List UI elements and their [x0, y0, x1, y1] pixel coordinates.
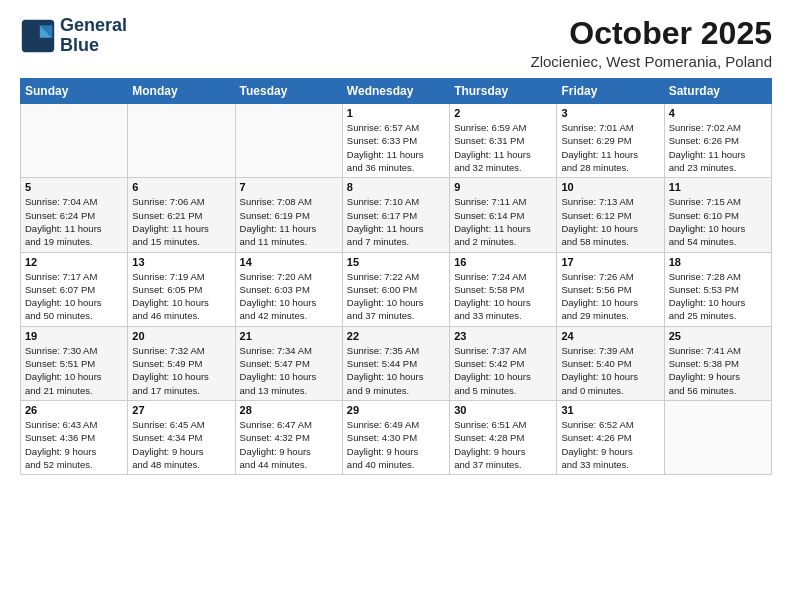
day-info: Sunrise: 7:06 AM Sunset: 6:21 PM Dayligh…	[132, 195, 230, 248]
day-number: 17	[561, 256, 659, 268]
calendar-cell: 14Sunrise: 7:20 AM Sunset: 6:03 PM Dayli…	[235, 252, 342, 326]
day-number: 29	[347, 404, 445, 416]
calendar-cell: 27Sunrise: 6:45 AM Sunset: 4:34 PM Dayli…	[128, 400, 235, 474]
day-number: 11	[669, 181, 767, 193]
calendar-cell: 30Sunrise: 6:51 AM Sunset: 4:28 PM Dayli…	[450, 400, 557, 474]
day-number: 22	[347, 330, 445, 342]
weekday-header-saturday: Saturday	[664, 79, 771, 104]
calendar-week-2: 5Sunrise: 7:04 AM Sunset: 6:24 PM Daylig…	[21, 178, 772, 252]
calendar-cell: 18Sunrise: 7:28 AM Sunset: 5:53 PM Dayli…	[664, 252, 771, 326]
day-number: 9	[454, 181, 552, 193]
calendar-cell: 4Sunrise: 7:02 AM Sunset: 6:26 PM Daylig…	[664, 104, 771, 178]
calendar-cell: 13Sunrise: 7:19 AM Sunset: 6:05 PM Dayli…	[128, 252, 235, 326]
calendar-cell	[128, 104, 235, 178]
day-info: Sunrise: 7:39 AM Sunset: 5:40 PM Dayligh…	[561, 344, 659, 397]
calendar-cell: 1Sunrise: 6:57 AM Sunset: 6:33 PM Daylig…	[342, 104, 449, 178]
calendar-cell: 29Sunrise: 6:49 AM Sunset: 4:30 PM Dayli…	[342, 400, 449, 474]
calendar-cell: 22Sunrise: 7:35 AM Sunset: 5:44 PM Dayli…	[342, 326, 449, 400]
day-info: Sunrise: 7:24 AM Sunset: 5:58 PM Dayligh…	[454, 270, 552, 323]
day-info: Sunrise: 7:04 AM Sunset: 6:24 PM Dayligh…	[25, 195, 123, 248]
calendar-cell: 10Sunrise: 7:13 AM Sunset: 6:12 PM Dayli…	[557, 178, 664, 252]
day-number: 15	[347, 256, 445, 268]
calendar-cell: 24Sunrise: 7:39 AM Sunset: 5:40 PM Dayli…	[557, 326, 664, 400]
subtitle: Zlocieniec, West Pomerania, Poland	[530, 53, 772, 70]
weekday-header-friday: Friday	[557, 79, 664, 104]
day-info: Sunrise: 7:37 AM Sunset: 5:42 PM Dayligh…	[454, 344, 552, 397]
day-number: 26	[25, 404, 123, 416]
day-number: 4	[669, 107, 767, 119]
calendar-cell: 16Sunrise: 7:24 AM Sunset: 5:58 PM Dayli…	[450, 252, 557, 326]
day-info: Sunrise: 6:43 AM Sunset: 4:36 PM Dayligh…	[25, 418, 123, 471]
day-number: 13	[132, 256, 230, 268]
day-number: 5	[25, 181, 123, 193]
calendar-cell: 7Sunrise: 7:08 AM Sunset: 6:19 PM Daylig…	[235, 178, 342, 252]
calendar-week-5: 26Sunrise: 6:43 AM Sunset: 4:36 PM Dayli…	[21, 400, 772, 474]
calendar-cell: 19Sunrise: 7:30 AM Sunset: 5:51 PM Dayli…	[21, 326, 128, 400]
day-number: 2	[454, 107, 552, 119]
day-number: 3	[561, 107, 659, 119]
calendar-cell	[21, 104, 128, 178]
calendar-cell: 31Sunrise: 6:52 AM Sunset: 4:26 PM Dayli…	[557, 400, 664, 474]
day-info: Sunrise: 6:59 AM Sunset: 6:31 PM Dayligh…	[454, 121, 552, 174]
day-info: Sunrise: 7:15 AM Sunset: 6:10 PM Dayligh…	[669, 195, 767, 248]
calendar-cell: 6Sunrise: 7:06 AM Sunset: 6:21 PM Daylig…	[128, 178, 235, 252]
day-info: Sunrise: 7:41 AM Sunset: 5:38 PM Dayligh…	[669, 344, 767, 397]
day-info: Sunrise: 7:32 AM Sunset: 5:49 PM Dayligh…	[132, 344, 230, 397]
calendar-cell: 23Sunrise: 7:37 AM Sunset: 5:42 PM Dayli…	[450, 326, 557, 400]
day-info: Sunrise: 7:01 AM Sunset: 6:29 PM Dayligh…	[561, 121, 659, 174]
day-info: Sunrise: 7:22 AM Sunset: 6:00 PM Dayligh…	[347, 270, 445, 323]
day-info: Sunrise: 7:08 AM Sunset: 6:19 PM Dayligh…	[240, 195, 338, 248]
day-info: Sunrise: 7:34 AM Sunset: 5:47 PM Dayligh…	[240, 344, 338, 397]
day-info: Sunrise: 7:13 AM Sunset: 6:12 PM Dayligh…	[561, 195, 659, 248]
day-number: 31	[561, 404, 659, 416]
day-info: Sunrise: 6:52 AM Sunset: 4:26 PM Dayligh…	[561, 418, 659, 471]
day-info: Sunrise: 7:35 AM Sunset: 5:44 PM Dayligh…	[347, 344, 445, 397]
calendar-week-3: 12Sunrise: 7:17 AM Sunset: 6:07 PM Dayli…	[21, 252, 772, 326]
day-info: Sunrise: 6:57 AM Sunset: 6:33 PM Dayligh…	[347, 121, 445, 174]
header: General Blue October 2025 Zlocieniec, We…	[20, 16, 772, 70]
day-number: 20	[132, 330, 230, 342]
logo: General Blue	[20, 16, 127, 56]
day-info: Sunrise: 7:19 AM Sunset: 6:05 PM Dayligh…	[132, 270, 230, 323]
weekday-header-monday: Monday	[128, 79, 235, 104]
day-number: 7	[240, 181, 338, 193]
calendar-cell: 9Sunrise: 7:11 AM Sunset: 6:14 PM Daylig…	[450, 178, 557, 252]
calendar-cell: 26Sunrise: 6:43 AM Sunset: 4:36 PM Dayli…	[21, 400, 128, 474]
logo-text: General Blue	[60, 16, 127, 56]
day-info: Sunrise: 7:28 AM Sunset: 5:53 PM Dayligh…	[669, 270, 767, 323]
day-number: 8	[347, 181, 445, 193]
day-number: 1	[347, 107, 445, 119]
calendar-table: SundayMondayTuesdayWednesdayThursdayFrid…	[20, 78, 772, 475]
day-number: 12	[25, 256, 123, 268]
calendar-cell: 11Sunrise: 7:15 AM Sunset: 6:10 PM Dayli…	[664, 178, 771, 252]
day-info: Sunrise: 6:51 AM Sunset: 4:28 PM Dayligh…	[454, 418, 552, 471]
calendar-cell: 28Sunrise: 6:47 AM Sunset: 4:32 PM Dayli…	[235, 400, 342, 474]
day-info: Sunrise: 6:45 AM Sunset: 4:34 PM Dayligh…	[132, 418, 230, 471]
day-number: 27	[132, 404, 230, 416]
calendar-cell: 8Sunrise: 7:10 AM Sunset: 6:17 PM Daylig…	[342, 178, 449, 252]
day-info: Sunrise: 7:17 AM Sunset: 6:07 PM Dayligh…	[25, 270, 123, 323]
weekday-header-thursday: Thursday	[450, 79, 557, 104]
day-number: 19	[25, 330, 123, 342]
calendar-cell: 17Sunrise: 7:26 AM Sunset: 5:56 PM Dayli…	[557, 252, 664, 326]
title-block: October 2025 Zlocieniec, West Pomerania,…	[530, 16, 772, 70]
day-number: 28	[240, 404, 338, 416]
calendar-cell: 3Sunrise: 7:01 AM Sunset: 6:29 PM Daylig…	[557, 104, 664, 178]
calendar-cell: 5Sunrise: 7:04 AM Sunset: 6:24 PM Daylig…	[21, 178, 128, 252]
logo-line2: Blue	[60, 36, 127, 56]
calendar-cell	[235, 104, 342, 178]
calendar-cell	[664, 400, 771, 474]
day-number: 25	[669, 330, 767, 342]
day-number: 30	[454, 404, 552, 416]
calendar-body: 1Sunrise: 6:57 AM Sunset: 6:33 PM Daylig…	[21, 104, 772, 475]
day-number: 18	[669, 256, 767, 268]
calendar-week-4: 19Sunrise: 7:30 AM Sunset: 5:51 PM Dayli…	[21, 326, 772, 400]
page-container: General Blue October 2025 Zlocieniec, We…	[0, 0, 792, 485]
day-info: Sunrise: 7:26 AM Sunset: 5:56 PM Dayligh…	[561, 270, 659, 323]
calendar-cell: 25Sunrise: 7:41 AM Sunset: 5:38 PM Dayli…	[664, 326, 771, 400]
day-info: Sunrise: 6:47 AM Sunset: 4:32 PM Dayligh…	[240, 418, 338, 471]
day-info: Sunrise: 6:49 AM Sunset: 4:30 PM Dayligh…	[347, 418, 445, 471]
day-number: 21	[240, 330, 338, 342]
weekday-header-sunday: Sunday	[21, 79, 128, 104]
day-number: 10	[561, 181, 659, 193]
